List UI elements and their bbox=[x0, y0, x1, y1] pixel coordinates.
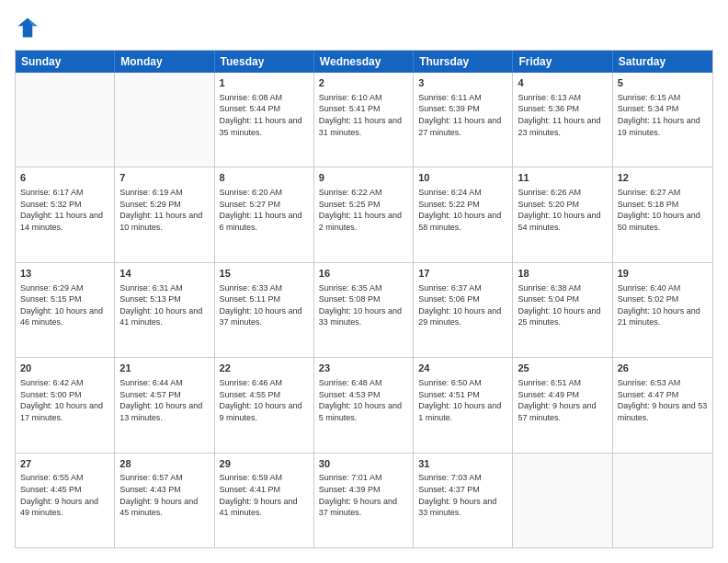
day-info: Sunrise: 7:03 AM Sunset: 4:37 PM Dayligh… bbox=[418, 472, 507, 518]
calendar-cell: 19Sunrise: 6:40 AM Sunset: 5:02 PM Dayli… bbox=[613, 263, 712, 357]
day-info: Sunrise: 6:29 AM Sunset: 5:15 PM Dayligh… bbox=[20, 282, 109, 328]
day-info: Sunrise: 6:57 AM Sunset: 4:43 PM Dayligh… bbox=[119, 472, 209, 518]
day-info: Sunrise: 6:42 AM Sunset: 5:00 PM Dayligh… bbox=[20, 377, 109, 423]
header-day-monday: Monday bbox=[115, 51, 214, 73]
day-info: Sunrise: 7:01 AM Sunset: 4:39 PM Dayligh… bbox=[319, 472, 408, 518]
day-number: 11 bbox=[518, 171, 607, 185]
calendar-cell: 13Sunrise: 6:29 AM Sunset: 5:15 PM Dayli… bbox=[16, 263, 115, 357]
page: SundayMondayTuesdayWednesdayThursdayFrid… bbox=[0, 0, 728, 563]
day-info: Sunrise: 6:19 AM Sunset: 5:29 PM Dayligh… bbox=[119, 187, 209, 233]
calendar-cell bbox=[115, 73, 214, 167]
day-info: Sunrise: 6:48 AM Sunset: 4:53 PM Dayligh… bbox=[319, 377, 408, 423]
day-info: Sunrise: 6:51 AM Sunset: 4:49 PM Dayligh… bbox=[518, 377, 607, 423]
calendar-cell: 4Sunrise: 6:13 AM Sunset: 5:36 PM Daylig… bbox=[513, 73, 612, 167]
day-number: 24 bbox=[418, 362, 507, 375]
day-info: Sunrise: 6:22 AM Sunset: 5:25 PM Dayligh… bbox=[319, 187, 408, 233]
header-day-sunday: Sunday bbox=[16, 51, 115, 73]
calendar-row-2: 13Sunrise: 6:29 AM Sunset: 5:15 PM Dayli… bbox=[16, 262, 712, 357]
calendar-cell bbox=[16, 73, 115, 167]
day-number: 29 bbox=[220, 457, 309, 471]
calendar-cell: 5Sunrise: 6:15 AM Sunset: 5:34 PM Daylig… bbox=[613, 73, 712, 167]
svg-marker-0 bbox=[18, 18, 38, 38]
day-number: 2 bbox=[319, 76, 408, 90]
day-number: 18 bbox=[518, 267, 607, 281]
calendar-cell: 2Sunrise: 6:10 AM Sunset: 5:41 PM Daylig… bbox=[314, 73, 414, 167]
calendar-cell: 25Sunrise: 6:51 AM Sunset: 4:49 PM Dayli… bbox=[513, 358, 612, 452]
calendar-cell: 16Sunrise: 6:35 AM Sunset: 5:08 PM Dayli… bbox=[314, 263, 414, 357]
calendar-cell: 6Sunrise: 6:17 AM Sunset: 5:32 PM Daylig… bbox=[16, 167, 115, 261]
header bbox=[15, 15, 713, 40]
calendar-cell: 1Sunrise: 6:08 AM Sunset: 5:44 PM Daylig… bbox=[215, 73, 314, 167]
calendar-cell: 24Sunrise: 6:50 AM Sunset: 4:51 PM Dayli… bbox=[414, 358, 513, 452]
calendar: SundayMondayTuesdayWednesdayThursdayFrid… bbox=[15, 50, 713, 548]
day-number: 20 bbox=[20, 362, 109, 375]
day-info: Sunrise: 6:44 AM Sunset: 4:57 PM Dayligh… bbox=[119, 377, 209, 423]
day-info: Sunrise: 6:11 AM Sunset: 5:39 PM Dayligh… bbox=[418, 92, 507, 138]
day-number: 5 bbox=[618, 76, 708, 90]
day-info: Sunrise: 6:37 AM Sunset: 5:06 PM Dayligh… bbox=[418, 282, 507, 328]
day-number: 25 bbox=[518, 362, 607, 375]
calendar-cell: 26Sunrise: 6:53 AM Sunset: 4:47 PM Dayli… bbox=[613, 358, 712, 452]
day-number: 16 bbox=[319, 267, 408, 281]
calendar-cell: 28Sunrise: 6:57 AM Sunset: 4:43 PM Dayli… bbox=[115, 454, 214, 547]
calendar-body: 1Sunrise: 6:08 AM Sunset: 5:44 PM Daylig… bbox=[16, 73, 712, 547]
calendar-cell: 15Sunrise: 6:33 AM Sunset: 5:11 PM Dayli… bbox=[215, 263, 314, 357]
header-day-friday: Friday bbox=[513, 51, 612, 73]
calendar-cell: 21Sunrise: 6:44 AM Sunset: 4:57 PM Dayli… bbox=[115, 358, 214, 452]
calendar-cell: 3Sunrise: 6:11 AM Sunset: 5:39 PM Daylig… bbox=[414, 73, 513, 167]
day-number: 1 bbox=[220, 76, 309, 90]
calendar-cell: 18Sunrise: 6:38 AM Sunset: 5:04 PM Dayli… bbox=[513, 263, 612, 357]
day-info: Sunrise: 6:08 AM Sunset: 5:44 PM Dayligh… bbox=[220, 92, 309, 138]
day-info: Sunrise: 6:26 AM Sunset: 5:20 PM Dayligh… bbox=[518, 187, 607, 233]
day-info: Sunrise: 6:55 AM Sunset: 4:45 PM Dayligh… bbox=[20, 472, 109, 518]
day-info: Sunrise: 6:17 AM Sunset: 5:32 PM Dayligh… bbox=[20, 187, 109, 233]
calendar-cell: 22Sunrise: 6:46 AM Sunset: 4:55 PM Dayli… bbox=[215, 358, 314, 452]
calendar-row-0: 1Sunrise: 6:08 AM Sunset: 5:44 PM Daylig… bbox=[16, 73, 712, 167]
day-info: Sunrise: 6:27 AM Sunset: 5:18 PM Dayligh… bbox=[618, 187, 708, 233]
header-day-thursday: Thursday bbox=[414, 51, 513, 73]
day-number: 15 bbox=[220, 267, 309, 281]
calendar-cell bbox=[513, 454, 612, 547]
calendar-row-1: 6Sunrise: 6:17 AM Sunset: 5:32 PM Daylig… bbox=[16, 167, 712, 261]
day-number: 7 bbox=[119, 171, 209, 185]
day-number: 3 bbox=[418, 76, 507, 90]
header-day-tuesday: Tuesday bbox=[215, 51, 314, 73]
calendar-cell: 8Sunrise: 6:20 AM Sunset: 5:27 PM Daylig… bbox=[215, 167, 314, 261]
calendar-row-3: 20Sunrise: 6:42 AM Sunset: 5:00 PM Dayli… bbox=[16, 357, 712, 452]
day-number: 30 bbox=[319, 457, 408, 471]
day-number: 13 bbox=[20, 267, 109, 281]
day-info: Sunrise: 6:46 AM Sunset: 4:55 PM Dayligh… bbox=[220, 377, 309, 423]
calendar-cell: 30Sunrise: 7:01 AM Sunset: 4:39 PM Dayli… bbox=[314, 454, 414, 547]
day-info: Sunrise: 6:53 AM Sunset: 4:47 PM Dayligh… bbox=[618, 377, 708, 423]
calendar-cell: 14Sunrise: 6:31 AM Sunset: 5:13 PM Dayli… bbox=[115, 263, 214, 357]
calendar-cell: 7Sunrise: 6:19 AM Sunset: 5:29 PM Daylig… bbox=[115, 167, 214, 261]
calendar-cell: 20Sunrise: 6:42 AM Sunset: 5:00 PM Dayli… bbox=[16, 358, 115, 452]
calendar-cell: 23Sunrise: 6:48 AM Sunset: 4:53 PM Dayli… bbox=[314, 358, 414, 452]
day-number: 22 bbox=[220, 362, 309, 375]
day-number: 9 bbox=[319, 171, 408, 185]
day-number: 31 bbox=[418, 457, 507, 471]
day-info: Sunrise: 6:24 AM Sunset: 5:22 PM Dayligh… bbox=[418, 187, 507, 233]
day-info: Sunrise: 6:31 AM Sunset: 5:13 PM Dayligh… bbox=[119, 282, 209, 328]
day-number: 26 bbox=[618, 362, 708, 375]
calendar-cell: 10Sunrise: 6:24 AM Sunset: 5:22 PM Dayli… bbox=[414, 167, 513, 261]
day-info: Sunrise: 6:33 AM Sunset: 5:11 PM Dayligh… bbox=[220, 282, 309, 328]
calendar-cell: 9Sunrise: 6:22 AM Sunset: 5:25 PM Daylig… bbox=[314, 167, 414, 261]
day-number: 12 bbox=[618, 171, 708, 185]
day-number: 17 bbox=[418, 267, 507, 281]
calendar-cell: 17Sunrise: 6:37 AM Sunset: 5:06 PM Dayli… bbox=[414, 263, 513, 357]
calendar-cell bbox=[613, 454, 712, 547]
day-number: 21 bbox=[119, 362, 209, 375]
logo-icon bbox=[15, 15, 40, 40]
day-number: 8 bbox=[220, 171, 309, 185]
header-day-wednesday: Wednesday bbox=[314, 51, 414, 73]
calendar-cell: 27Sunrise: 6:55 AM Sunset: 4:45 PM Dayli… bbox=[16, 454, 115, 547]
calendar-cell: 11Sunrise: 6:26 AM Sunset: 5:20 PM Dayli… bbox=[513, 167, 612, 261]
day-info: Sunrise: 6:40 AM Sunset: 5:02 PM Dayligh… bbox=[618, 282, 708, 328]
day-info: Sunrise: 6:10 AM Sunset: 5:41 PM Dayligh… bbox=[319, 92, 408, 138]
day-info: Sunrise: 6:35 AM Sunset: 5:08 PM Dayligh… bbox=[319, 282, 408, 328]
day-number: 23 bbox=[319, 362, 408, 375]
day-info: Sunrise: 6:15 AM Sunset: 5:34 PM Dayligh… bbox=[618, 92, 708, 138]
day-info: Sunrise: 6:50 AM Sunset: 4:51 PM Dayligh… bbox=[418, 377, 507, 423]
calendar-cell: 12Sunrise: 6:27 AM Sunset: 5:18 PM Dayli… bbox=[613, 167, 712, 261]
